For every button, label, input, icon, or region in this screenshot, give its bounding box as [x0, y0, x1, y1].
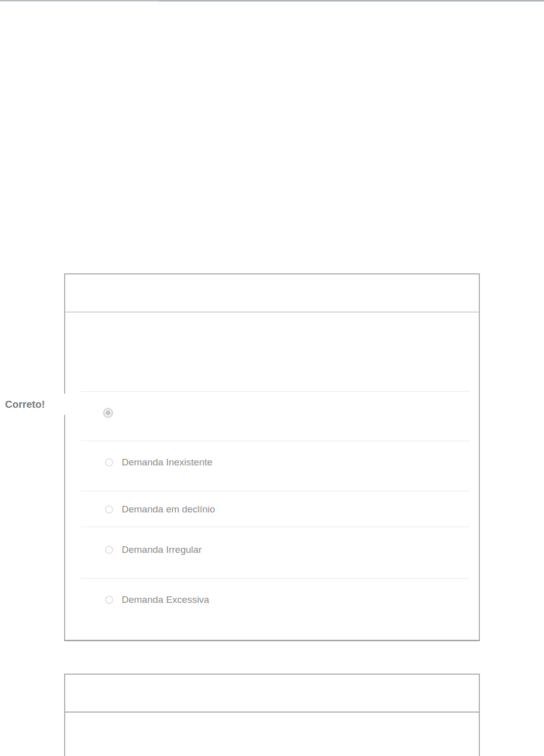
answer-divider [81, 391, 470, 392]
radio-unselected-icon[interactable] [105, 596, 113, 604]
radio-unselected-icon[interactable] [105, 505, 113, 513]
question-header [65, 274, 479, 312]
radio-unselected-icon[interactable] [105, 458, 113, 466]
answer-row: Demanda Irregular [105, 544, 202, 555]
answer-label: Demanda Irregular [122, 544, 202, 555]
correct-badge: Correto! [0, 394, 68, 415]
radio-dot-icon [106, 410, 111, 415]
answer-row: Demanda Inexistente [105, 457, 213, 468]
answer-row-correct [103, 408, 122, 418]
answer-divider [81, 578, 470, 579]
correct-badge-label: Correto! [5, 399, 45, 410]
answer-divider [81, 441, 470, 441]
answer-row: Demanda em declínio [105, 504, 215, 515]
quiz-results-print-page: { "correct_badge": { "label": "Correto!"… [0, 0, 544, 756]
question-card: Demanda Inexistente Demanda em declínio … [64, 273, 480, 641]
answer-label: Demanda Excessiva [122, 594, 209, 605]
table-bottom-rule [0, 0, 544, 1]
radio-selected-icon[interactable] [103, 408, 113, 418]
answer-divider [81, 491, 470, 491]
question-header [65, 675, 479, 713]
question-card-2 [64, 674, 480, 756]
answer-divider [81, 527, 470, 527]
radio-unselected-icon[interactable] [105, 546, 113, 554]
answer-row: Demanda Excessiva [105, 594, 209, 605]
answer-label: Demanda Inexistente [122, 457, 213, 468]
answer-label: Demanda em declínio [122, 504, 215, 515]
